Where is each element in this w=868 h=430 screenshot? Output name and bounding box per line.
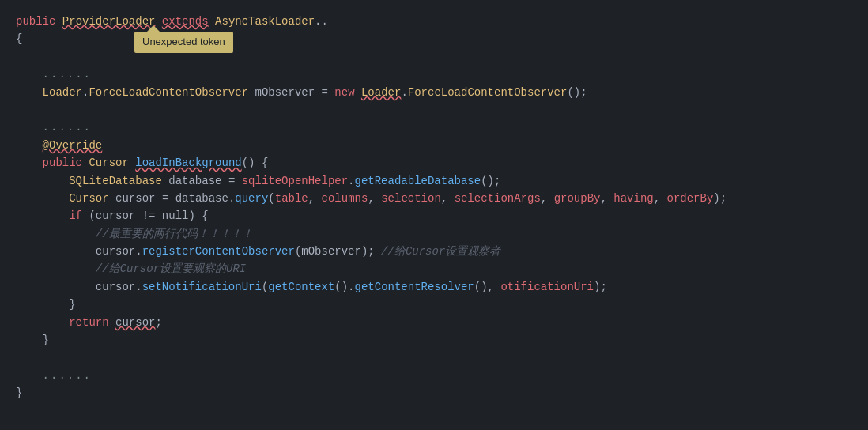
code-line-17: } [16, 331, 852, 349]
code-line-19: } [16, 384, 852, 402]
code-line-6: @Override [16, 137, 852, 154]
tooltip-arrow [147, 25, 160, 32]
code-line-18: ...... [16, 367, 852, 384]
tooltip-wrapper: Unexpected token [134, 25, 233, 53]
code-line-15: } [16, 296, 852, 313]
code-line-7: public Cursor loadInBackground() { [16, 154, 852, 172]
code-line-8: SQLiteDatabase database = sqliteOpenHelp… [16, 172, 852, 190]
code-line-blank3 [16, 349, 852, 366]
code-line-10: if (cursor != null) { [16, 207, 852, 224]
code-line-5: ...... [16, 119, 852, 136]
code-line-13: //给Cursor设置要观察的URI [16, 260, 852, 277]
code-line-9: Cursor cursor = database.query(table, co… [16, 190, 852, 207]
code-line-16: return cursor; [16, 314, 852, 331]
code-line-4: Loader.ForceLoadContentObserver mObserve… [16, 84, 852, 101]
code-line-11: //最重要的两行代码！！！！！ [16, 225, 852, 243]
code-editor: Unexpected token public ProviderLoader e… [0, 0, 868, 415]
code-line-14: cursor.setNotificationUri(getContext().g… [16, 278, 852, 296]
code-line-blank2 [16, 101, 852, 119]
code-line-3: ...... [16, 66, 852, 83]
tooltip-box: Unexpected token [134, 32, 233, 53]
code-line-12: cursor.registerContentObserver(mObserver… [16, 243, 852, 260]
